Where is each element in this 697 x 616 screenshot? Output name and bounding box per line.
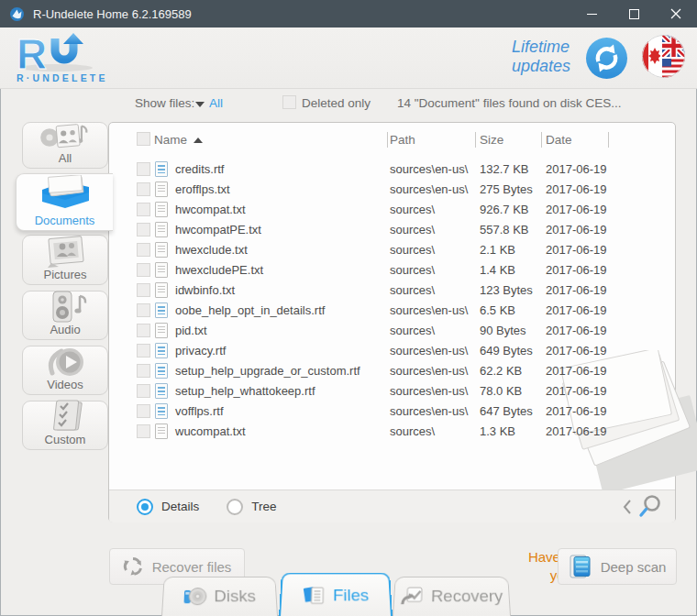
file-date: 2017-06-19 xyxy=(546,324,674,337)
tab-disks[interactable]: Disks xyxy=(161,577,278,616)
row-checkbox[interactable] xyxy=(137,223,150,236)
column-divider[interactable] xyxy=(541,132,542,148)
svg-text:R: R xyxy=(17,31,47,78)
deep-scan-button[interactable]: Deep scan xyxy=(558,548,677,585)
column-header-date[interactable]: Date xyxy=(546,133,572,147)
rtf-file-icon xyxy=(155,302,168,318)
file-path: sources\en-us\ xyxy=(390,162,480,176)
table-row[interactable]: vofflps.rtf sources\en-us\ 647 Bytes 201… xyxy=(108,401,674,421)
tab-disks-label: Disks xyxy=(214,587,256,606)
details-radio xyxy=(137,499,153,515)
tab-recovery[interactable]: Recovery xyxy=(393,577,511,616)
sidebar-item-audio-label: Audio xyxy=(23,323,107,336)
txt-file-icon xyxy=(155,182,168,197)
table-row[interactable]: hwexclude.txt sources\ 2.1 KB 2017-06-19 xyxy=(108,239,674,259)
row-checkbox[interactable] xyxy=(137,324,150,337)
table-row[interactable]: idwbinfo.txt sources\ 123 Bytes 2017-06-… xyxy=(108,280,674,300)
filter-bar: Show files: All Deleted only 14 "Documen… xyxy=(0,89,697,122)
row-checkbox[interactable] xyxy=(137,243,150,257)
txt-file-icon xyxy=(155,202,168,217)
minimize-button[interactable] xyxy=(570,0,613,28)
search-toggle[interactable] xyxy=(623,494,662,519)
file-name: idwbinfo.txt xyxy=(175,283,390,297)
table-row[interactable]: setup_help_upgrade_or_custom.rtf sources… xyxy=(108,360,674,380)
txt-file-icon xyxy=(155,262,168,278)
row-checkbox[interactable] xyxy=(137,364,150,378)
name-column-label: Name xyxy=(154,133,187,147)
row-checkbox[interactable] xyxy=(137,384,150,398)
row-checkbox[interactable] xyxy=(137,424,150,438)
table-row[interactable]: wucompat.txt sources\ 1.3 KB 2017-06-19 xyxy=(108,421,674,441)
column-divider[interactable] xyxy=(387,132,388,148)
row-checkbox[interactable] xyxy=(137,404,150,418)
table-row[interactable]: hwexcludePE.txt sources\ 1.4 KB 2017-06-… xyxy=(108,259,674,280)
close-icon xyxy=(670,8,681,19)
table-row[interactable]: pid.txt sources\ 90 Bytes 2017-06-19 xyxy=(108,320,674,340)
update-refresh-button[interactable] xyxy=(585,37,628,80)
table-row[interactable]: oobe_help_opt_in_details.rtf sources\en-… xyxy=(108,300,674,320)
table-row[interactable]: hwcompatPE.txt sources\ 557.8 KB 2017-06… xyxy=(108,219,674,239)
details-view-option[interactable]: Details xyxy=(137,499,199,515)
minimize-icon xyxy=(587,14,597,15)
sidebar-item-videos[interactable]: Videos xyxy=(22,346,108,395)
sidebar-item-pictures-label: Pictures xyxy=(23,268,107,281)
sidebar-item-custom[interactable]: Custom xyxy=(22,401,108,450)
lifetime-updates-link[interactable]: Lifetime updates xyxy=(512,38,570,76)
file-date: 2017-06-19 xyxy=(546,223,674,236)
column-divider[interactable] xyxy=(608,132,609,148)
disks-icon xyxy=(183,586,207,607)
show-files-label: Show files: xyxy=(135,96,194,110)
show-files-dropdown[interactable]: All xyxy=(209,96,223,110)
details-label: Details xyxy=(161,500,199,513)
txt-file-icon xyxy=(155,282,168,298)
row-checkbox[interactable] xyxy=(137,203,150,216)
rtf-file-icon xyxy=(155,343,168,358)
tree-view-option[interactable]: Tree xyxy=(227,499,276,515)
txt-file-icon xyxy=(155,242,168,258)
sidebar-item-documents[interactable]: Documents xyxy=(16,173,113,231)
dropdown-caret-icon[interactable] xyxy=(195,102,205,107)
tree-radio xyxy=(227,499,243,515)
deleted-only-checkbox[interactable] xyxy=(282,95,296,109)
sidebar-item-all[interactable]: All xyxy=(22,122,108,169)
row-checkbox[interactable] xyxy=(137,283,150,297)
rtf-file-icon xyxy=(155,161,168,177)
sidebar-item-audio[interactable]: Audio xyxy=(22,291,108,340)
sidebar-item-documents-label: Documents xyxy=(17,214,113,227)
maximize-icon xyxy=(629,9,639,19)
sidebar-item-all-label: All xyxy=(23,151,107,165)
row-checkbox[interactable] xyxy=(137,303,150,317)
table-row[interactable]: credits.rtf sources\en-us\ 132.7 KB 2017… xyxy=(108,159,674,179)
tab-files[interactable]: Files xyxy=(279,573,393,616)
file-name: erofflps.txt xyxy=(175,182,390,196)
maximize-button[interactable] xyxy=(613,0,655,28)
sidebar-item-custom-label: Custom xyxy=(23,433,107,446)
file-size: 62.2 KB xyxy=(480,364,546,378)
file-date: 2017-06-19 xyxy=(546,263,674,277)
search-icon xyxy=(637,494,662,519)
file-name: privacy.rtf xyxy=(175,344,390,358)
table-row[interactable]: erofflps.txt sources\en-us\ 275 Bytes 20… xyxy=(108,179,674,199)
titlebar: R-Undelete Home 6.2.169589 xyxy=(0,0,697,28)
file-size: 557.8 KB xyxy=(480,223,546,236)
close-button[interactable] xyxy=(655,0,697,28)
select-all-checkbox[interactable] xyxy=(137,132,150,146)
file-path: sources\ xyxy=(390,263,480,277)
column-header-size[interactable]: Size xyxy=(480,133,503,147)
sidebar-item-pictures[interactable]: Pictures xyxy=(22,235,108,285)
column-divider[interactable] xyxy=(475,132,476,148)
table-row[interactable]: hwcompat.txt sources\ 926.7 KB 2017-06-1… xyxy=(108,199,674,219)
txt-file-icon xyxy=(155,222,168,237)
file-date: 2017-06-19 xyxy=(546,162,674,176)
row-checkbox[interactable] xyxy=(137,182,150,196)
column-header-path[interactable]: Path xyxy=(390,133,415,147)
column-header-name[interactable]: Name xyxy=(154,133,203,147)
table-row[interactable]: privacy.rtf sources\en-us\ 649 Bytes 201… xyxy=(108,340,674,360)
table-header: Name Path Size Date xyxy=(108,129,674,153)
file-path: sources\en-us\ xyxy=(390,182,480,196)
table-row[interactable]: setup_help_whattokeep.rtf sources\en-us\… xyxy=(108,380,674,401)
row-checkbox[interactable] xyxy=(137,263,150,277)
language-flags-globe-icon[interactable] xyxy=(641,34,686,79)
row-checkbox[interactable] xyxy=(137,162,150,176)
row-checkbox[interactable] xyxy=(137,344,150,358)
